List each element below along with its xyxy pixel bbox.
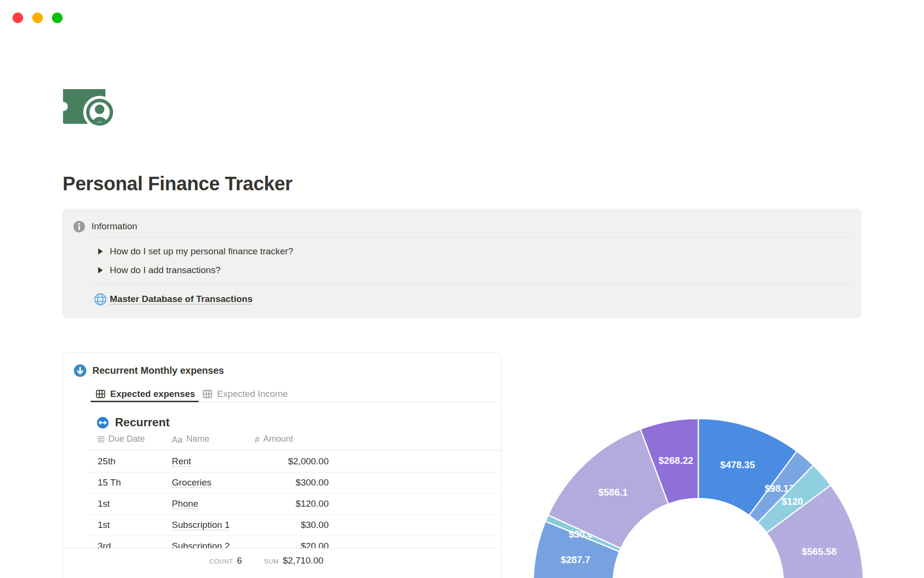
table-icon: [203, 389, 212, 399]
table-row[interactable]: 1st Subscription 1 $30.00: [89, 514, 501, 536]
donut-segment-label: $268.22: [658, 455, 693, 466]
tab-expected-expenses[interactable]: Expected expenses: [96, 388, 195, 400]
tab-label: Expected Income: [217, 389, 288, 399]
due-date-cell[interactable]: 1st: [98, 493, 110, 514]
title-property-icon: Aa: [172, 435, 182, 445]
toggle-label: How do I set up my personal finance trac…: [110, 245, 293, 258]
name-cell-link[interactable]: Phone: [172, 493, 198, 514]
expenses-card-title: Recurrent Monthly expenses: [92, 365, 224, 376]
divider: [91, 237, 851, 238]
sum-label[interactable]: SUM: [264, 558, 279, 565]
table-calculations-footer: COUNT 6 SUM $2,710.00: [64, 548, 500, 578]
toggle-how-to-set-up[interactable]: How do I set up my personal finance trac…: [98, 245, 293, 258]
callout-header: Information: [73, 220, 137, 233]
toggle-triangle-icon: [98, 248, 103, 255]
column-header-due-date[interactable]: Due Date: [98, 434, 145, 447]
amount-cell[interactable]: $120.00: [255, 493, 329, 514]
table-row[interactable]: 15 Th Groceries $300.00: [89, 472, 501, 494]
info-icon: [73, 221, 85, 233]
name-cell-link[interactable]: Subscription 1: [172, 514, 230, 536]
window-controls: [13, 13, 63, 23]
due-date-cell[interactable]: 25th: [98, 451, 116, 472]
number-property-icon: #: [255, 435, 259, 445]
money-banknote-coin-icon: [63, 88, 114, 126]
close-button[interactable]: [13, 13, 23, 23]
expenses-card-header: Recurrent Monthly expenses: [74, 364, 224, 377]
toggle-label: How do I add transactions?: [110, 264, 220, 276]
expenses-donut-chart-container: $478.35$98.17$120$565.58$287.7$30.68$586…: [533, 419, 863, 578]
name-cell-link[interactable]: Rent: [172, 451, 191, 472]
donut-segment-label: $586.1: [598, 487, 628, 498]
information-callout: Information How do I set up my personal …: [62, 209, 861, 318]
count-label[interactable]: COUNT: [209, 558, 233, 565]
due-date-cell[interactable]: 15 Th: [98, 472, 121, 493]
table-row[interactable]: 25th Rent $2,000.00: [89, 451, 501, 473]
active-tab-underline: [90, 401, 199, 402]
master-database-link-label: Master Database of Transactions: [110, 293, 253, 305]
callout-title: Information: [91, 220, 137, 233]
toggle-how-to-add[interactable]: How do I add transactions?: [98, 264, 220, 276]
count-value[interactable]: 6: [237, 555, 242, 566]
name-cell-link[interactable]: Groceries: [172, 472, 211, 493]
donut-segment-label: $287.7: [561, 554, 590, 565]
amount-cell[interactable]: $300.00: [255, 472, 329, 493]
amount-cell[interactable]: $2,000.00: [255, 451, 329, 472]
page-icon[interactable]: [63, 88, 114, 126]
donut-segment-label: $120: [782, 496, 803, 507]
donut-segment-label: $478.35: [720, 460, 755, 470]
recurrent-section-header: Recurrent: [97, 415, 169, 430]
column-header-amount[interactable]: #Amount: [255, 434, 293, 447]
tab-label: Expected expenses: [110, 389, 195, 399]
tab-expected-income[interactable]: Expected Income: [203, 388, 288, 400]
amount-cell[interactable]: $30.00: [255, 514, 329, 536]
list-icon: [98, 436, 104, 443]
down-arrow-circle-icon[interactable]: [74, 364, 87, 377]
globe-icon: [94, 293, 107, 306]
table-row[interactable]: 1st Phone $120.00: [89, 493, 501, 515]
column-label: Due Date: [108, 434, 145, 444]
donut-segment-label: $565.58: [802, 546, 836, 557]
recurrent-section-title: Recurrent: [115, 416, 169, 429]
due-date-cell[interactable]: 1st: [98, 514, 110, 536]
column-label: Amount: [263, 434, 293, 444]
master-database-link[interactable]: Master Database of Transactions: [94, 292, 253, 306]
column-header-name[interactable]: AaName: [172, 434, 209, 447]
left-right-arrows-circle-icon: [97, 417, 109, 429]
zoom-button[interactable]: [52, 13, 63, 23]
donut-chart[interactable]: $478.35$98.17$120$565.58$287.7$30.68$586…: [533, 419, 863, 578]
divider: [91, 284, 851, 285]
divider: [89, 450, 501, 450]
table-icon: [96, 389, 105, 399]
page-title: Personal Finance Tracker: [63, 172, 293, 195]
expenses-card: Recurrent Monthly expenses Expected expe…: [63, 353, 501, 578]
sum-value[interactable]: $2,710.00: [283, 555, 324, 566]
column-label: Name: [186, 434, 209, 444]
minimize-button[interactable]: [32, 13, 43, 23]
toggle-triangle-icon: [98, 267, 103, 274]
